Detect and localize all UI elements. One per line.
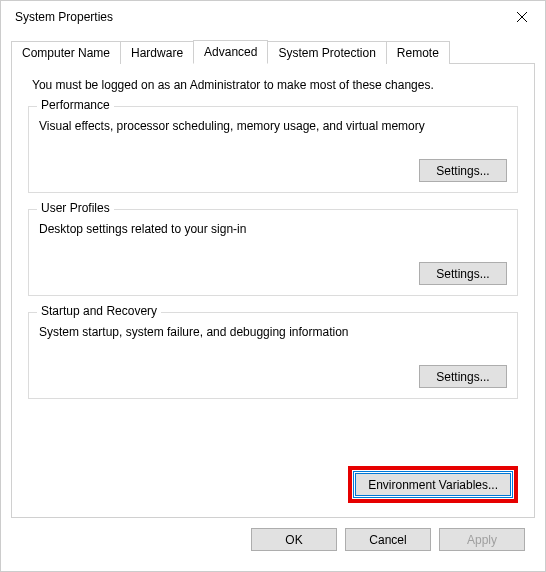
tab-remote[interactable]: Remote — [386, 41, 450, 64]
tab-computer-name[interactable]: Computer Name — [11, 41, 121, 64]
dialog-buttons: OK Cancel Apply — [11, 518, 535, 561]
system-properties-window: System Properties Computer Name Hardware… — [0, 0, 546, 572]
close-button[interactable] — [499, 1, 545, 33]
group-startup-recovery: Startup and Recovery System startup, sys… — [28, 312, 518, 399]
group-performance-title: Performance — [37, 98, 114, 112]
close-icon — [517, 12, 527, 22]
tab-hardware[interactable]: Hardware — [120, 41, 194, 64]
cancel-button[interactable]: Cancel — [345, 528, 431, 551]
group-startup-recovery-desc: System startup, system failure, and debu… — [39, 323, 507, 339]
window-title: System Properties — [9, 10, 113, 24]
group-performance-desc: Visual effects, processor scheduling, me… — [39, 117, 507, 133]
environment-variables-button[interactable]: Environment Variables... — [355, 473, 511, 496]
client-area: Computer Name Hardware Advanced System P… — [1, 33, 545, 571]
group-user-profiles-title: User Profiles — [37, 201, 114, 215]
ok-button[interactable]: OK — [251, 528, 337, 551]
environment-variables-highlight: Environment Variables... — [348, 466, 518, 503]
tab-system-protection[interactable]: System Protection — [267, 41, 386, 64]
performance-settings-button[interactable]: Settings... — [419, 159, 507, 182]
group-startup-recovery-title: Startup and Recovery — [37, 304, 161, 318]
titlebar: System Properties — [1, 1, 545, 33]
apply-button[interactable]: Apply — [439, 528, 525, 551]
tab-advanced[interactable]: Advanced — [193, 40, 268, 64]
group-user-profiles: User Profiles Desktop settings related t… — [28, 209, 518, 296]
group-performance: Performance Visual effects, processor sc… — [28, 106, 518, 193]
environment-variables-row: Environment Variables... — [28, 460, 518, 503]
user-profiles-settings-button[interactable]: Settings... — [419, 262, 507, 285]
admin-note: You must be logged on as an Administrato… — [28, 78, 518, 92]
tab-strip: Computer Name Hardware Advanced System P… — [11, 39, 535, 63]
tab-panel-advanced: You must be logged on as an Administrato… — [11, 63, 535, 518]
startup-recovery-settings-button[interactable]: Settings... — [419, 365, 507, 388]
group-user-profiles-desc: Desktop settings related to your sign-in — [39, 220, 507, 236]
